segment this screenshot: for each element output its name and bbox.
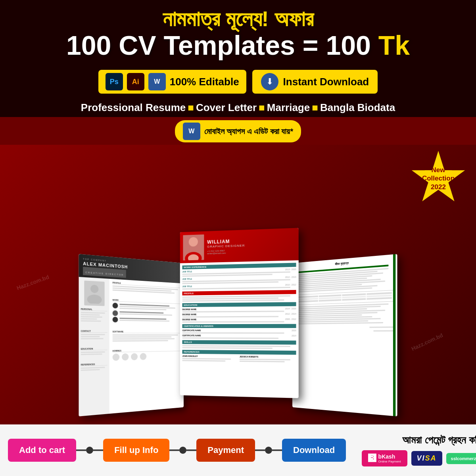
ssl-badge: sslcommerz	[446, 453, 476, 464]
cv-card-center: WILLIAM GRAPHIC DESIGNER +1 212 123-4567…	[180, 228, 299, 398]
payment-button[interactable]: Payment	[196, 439, 255, 462]
bottom-steps: Add to cart Fill up Info Payment Downloa…	[8, 439, 346, 462]
bkash-text: bKash	[378, 453, 401, 460]
header-section: নামমাত্র মূল্যে! অফার 100 CV Templates =…	[0, 0, 476, 65]
badges-row: Ps Ai W 100% Editable ⬇ Instant Download	[0, 65, 476, 98]
cv-left-role: CREATIVE DIRECTOR	[85, 271, 124, 276]
bkash-icon: 🅱	[368, 454, 376, 463]
bangla-title: নামমাত্র মূল্যে! অফার	[8, 7, 468, 31]
ps-icon: Ps	[106, 73, 123, 90]
bkash-sublabel: Online Payment	[378, 460, 401, 463]
cv-left-body: PERSONAL CONTACT EDUCATION	[79, 277, 184, 416]
pro-resume-text: Professional Resume■Cover Letter■Marriag…	[81, 102, 395, 113]
cv-center-header: WILLIAM GRAPHIC DESIGNER +1 212 123-4567…	[180, 228, 299, 263]
main-container: নামমাত্র মূল্যে! অফার 100 CV Templates =…	[0, 0, 476, 476]
fill-up-info-button[interactable]: Fill up Info	[103, 439, 169, 462]
add-to-cart-button[interactable]: Add to cart	[8, 439, 76, 462]
instant-download-text: Instant Download	[283, 76, 369, 88]
cv-card-right: জীবন বৃত্তান্ত	[292, 254, 397, 416]
new-collection-badge: New Collection 2022	[411, 151, 466, 206]
visa-badge: VISA	[411, 451, 442, 466]
cv-title-text: 100 CV Templates = 100	[66, 30, 371, 60]
cv-center-photo	[183, 234, 204, 261]
editable-badge: Ps Ai W 100% Editable	[98, 70, 246, 94]
cv-title-tk: Tk	[378, 30, 410, 60]
new-collection-text: New Collection 2022	[422, 166, 455, 191]
cv-card-left: TOP COMPANY ALEX MACINTOSH CREATIVE DIRE…	[79, 254, 184, 416]
instant-download-badge: ⬇ Instant Download	[252, 70, 378, 94]
cv-avatar-left	[84, 280, 104, 306]
payment-icons: 🅱 bKash Online Payment VISA sslcommerz	[362, 450, 476, 466]
cv-left-sidebar: PERSONAL CONTACT EDUCATION	[79, 277, 109, 416]
cv-photo-icon	[183, 234, 204, 261]
download-button[interactable]: Download	[282, 439, 346, 462]
cv-cards-container: TOP COMPANY ALEX MACINTOSH CREATIVE DIRE…	[0, 218, 476, 413]
step-connector-1	[76, 447, 103, 454]
step-connector-3	[255, 447, 282, 454]
bottom-right: আমরা পেমেন্ট গ্রহন করি 🅱 bKash Online Pa…	[346, 434, 476, 466]
mobile-word-icon: W	[183, 123, 200, 140]
bottom-bar: Add to cart Fill up Info Payment Downloa…	[0, 424, 476, 476]
cv-title: 100 CV Templates = 100 Tk	[8, 31, 468, 60]
mobile-edit-inner: W মোবাইল অ্যাপস এ এডিট করা যায়*	[175, 120, 301, 142]
bkash-label-block: bKash Online Payment	[378, 453, 401, 463]
visa-text: VISA	[417, 454, 437, 462]
cv-center-name-block: WILLIAM GRAPHIC DESIGNER +1 212 123-4567…	[207, 238, 245, 255]
mobile-edit-text: মোবাইল অ্যাপস এ এডিট করা যায়*	[204, 127, 294, 136]
editable-text: 100% Editable	[170, 76, 239, 88]
svg-point-1	[90, 284, 98, 293]
cv-center-body: WORK EXPERIENCE JOB TITLE 2013 - 2015 JO…	[180, 260, 299, 366]
mobile-edit-bar: W মোবাইল অ্যাপস এ এডিট করা যায়*	[0, 117, 476, 145]
download-icon: ⬇	[261, 73, 278, 90]
svg-point-2	[87, 294, 102, 304]
pro-resume-bar: Professional Resume■Cover Letter■Marriag…	[0, 98, 476, 117]
cv-right-body: জীবন বৃত্তান্ত	[292, 254, 397, 336]
bkash-badge: 🅱 bKash Online Payment	[362, 450, 407, 466]
word-icon: W	[148, 73, 166, 90]
ssl-text: sslcommerz	[451, 456, 476, 461]
avatar-icon	[86, 283, 102, 304]
payment-title: আমরা পেমেন্ট গ্রহন করি	[402, 434, 476, 446]
step-connector-2	[169, 447, 196, 454]
cv-left-main: PROFILE WORK	[109, 279, 184, 414]
cv-preview-area: New Collection 2022 Hazz.com.bd Hazz.com…	[0, 145, 476, 424]
ai-icon: Ai	[127, 73, 144, 90]
